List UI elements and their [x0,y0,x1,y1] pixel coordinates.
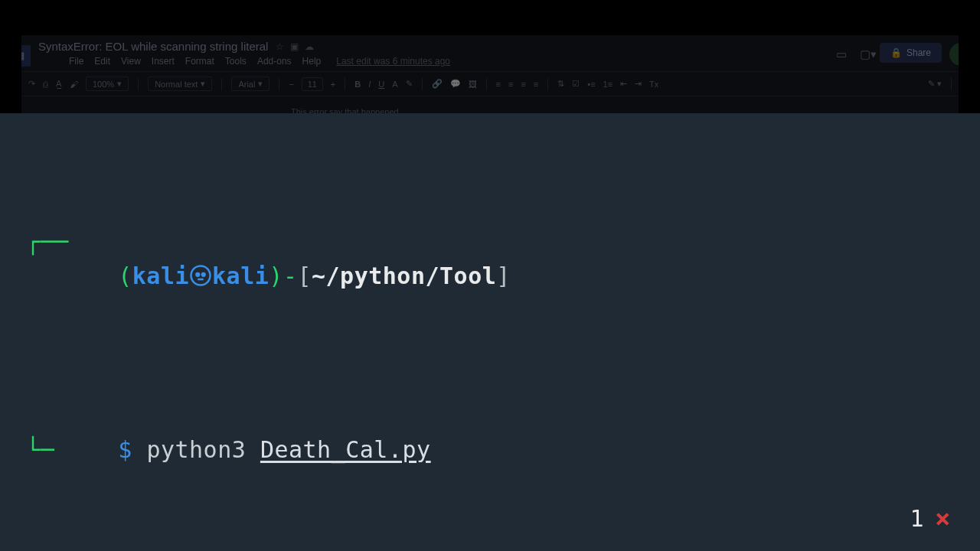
prompt-host: kali [212,262,269,289]
terminal-window[interactable]: ┌──(kalikali)-[~/python/Tool] └─$ python… [0,113,980,551]
menu-tools[interactable]: Tools [225,56,247,67]
skull-icon [189,262,212,296]
command-argument: Death_Cal.py [260,436,431,463]
redo-icon[interactable]: ↷ [28,79,35,89]
paint-format-icon[interactable]: 🖌 [70,80,78,89]
align-justify-icon[interactable]: ≡ [534,80,538,89]
link-icon[interactable]: 🔗 [432,79,443,89]
comment-icon[interactable]: 💬 [450,79,461,89]
style-select[interactable]: Normal text▾ [148,77,212,91]
image-icon[interactable]: 🖼 [469,80,477,89]
cloud-icon: ☁ [305,41,314,52]
exit-status: 1 × [910,501,951,536]
menu-insert[interactable]: Insert [152,56,175,67]
menu-file[interactable]: File [69,56,83,67]
font-select[interactable]: Arial▾ [231,77,270,91]
present-icon[interactable]: ▢▾ [860,46,877,63]
doc-title[interactable]: SyntaxError: EOL while scanning string l… [38,40,268,53]
svg-point-1 [196,273,199,276]
align-right-icon[interactable]: ≡ [521,80,525,89]
font-size-decrease[interactable]: − [289,80,293,89]
share-button[interactable]: 🔒 Share [880,43,942,63]
clear-format-icon[interactable]: Tx [649,80,658,89]
print-icon[interactable]: ⎙ [43,80,48,89]
docs-menu-bar: File Edit View Insert Format Tools Add-o… [38,53,450,71]
highlight-icon[interactable]: ✎ [406,79,413,89]
docs-toolbar: ↶ ↷ ⎙ A̲ 🖌 100%▾ Normal text▾ Arial▾ − 1… [6,71,974,96]
spellcheck-icon[interactable]: A̲ [56,79,62,89]
svg-point-0 [191,266,211,285]
align-left-icon[interactable]: ≡ [496,80,501,89]
italic-icon[interactable]: I [368,80,371,89]
lock-icon: 🔒 [890,47,902,58]
history-icon[interactable]: ▭ [833,46,850,63]
move-icon[interactable]: ▣ [290,41,299,52]
text-color-icon[interactable]: A [392,80,397,89]
last-edit-message[interactable]: Last edit was 6 minutes ago [336,56,450,67]
star-icon[interactable]: ☆ [276,41,284,52]
command-line: └─$ python3 Death_Cal.py 1 × [12,398,968,536]
command-name: python3 [146,436,246,463]
menu-view[interactable]: View [121,56,141,67]
menu-help[interactable]: Help [302,56,322,67]
font-size-increase[interactable]: + [331,80,335,89]
numbered-list-icon[interactable]: 1≡ [603,80,613,89]
prompt-line: ┌──(kalikali)-[~/python/Tool] [12,224,968,329]
prompt-symbol: $ [118,436,132,463]
line-spacing-icon[interactable]: ⇅ [557,79,564,89]
menu-format[interactable]: Format [185,56,214,67]
checklist-icon[interactable]: ☑ [572,79,580,89]
zoom-select[interactable]: 100%▾ [86,77,129,91]
menu-addons[interactable]: Add-ons [257,56,292,67]
svg-point-2 [202,273,205,276]
underline-icon[interactable]: U [378,80,384,89]
editing-mode-icon[interactable]: ✎ ▾ [928,79,942,89]
bold-icon[interactable]: B [354,80,361,89]
share-label: Share [906,47,931,58]
indent-increase-icon[interactable]: ⇥ [635,79,642,89]
align-center-icon[interactable]: ≡ [508,80,513,89]
exit-code: 1 [910,501,924,536]
bulleted-list-icon[interactable]: •≡ [587,80,595,89]
prompt-cwd: ~/python/Tool [312,262,496,289]
error-mark-icon: × [935,508,951,529]
menu-edit[interactable]: Edit [94,56,110,67]
prompt-user: kali [132,262,189,289]
indent-decrease-icon[interactable]: ⇤ [620,79,627,89]
font-size[interactable]: 11 [302,77,323,91]
